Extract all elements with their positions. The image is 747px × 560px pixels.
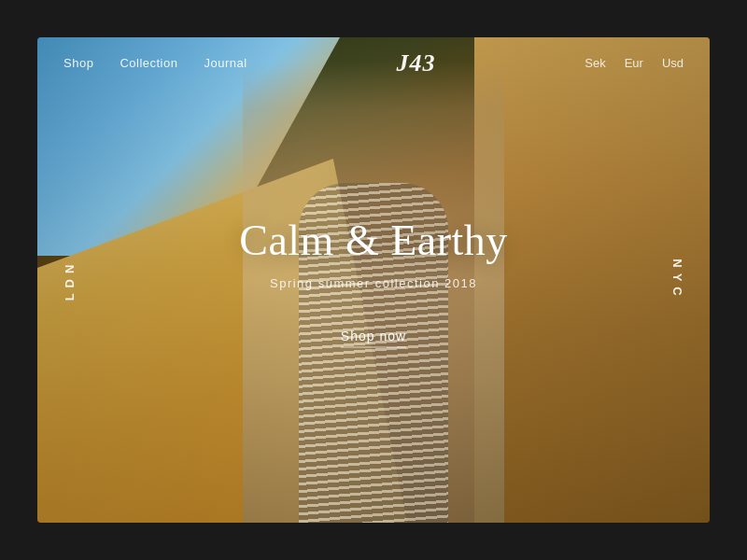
nav-left: Shop Collection Journal: [63, 56, 247, 70]
currency-sek[interactable]: Sek: [585, 56, 605, 70]
side-label-ldn: LDN: [63, 259, 77, 301]
navbar: Shop Collection Journal J43 Sek Eur Usd: [37, 37, 710, 89]
nav-center: J43: [247, 49, 585, 77]
nav-right: Sek Eur Usd: [585, 56, 684, 70]
brand-logo: J43: [396, 49, 435, 77]
hero-title: Calm & Earthy: [187, 217, 560, 265]
shop-now-button[interactable]: Shop now: [341, 329, 406, 347]
nav-collection[interactable]: Collection: [120, 56, 177, 70]
side-label-nyc: NYC: [670, 259, 684, 301]
hero-section: Shop Collection Journal J43 Sek Eur Usd …: [37, 37, 710, 523]
hero-subtitle: Spring summer collection 2018: [187, 276, 560, 290]
currency-usd[interactable]: Usd: [662, 56, 684, 70]
hero-content: Calm & Earthy Spring summer collection 2…: [187, 217, 560, 347]
nav-shop[interactable]: Shop: [63, 56, 93, 70]
nav-journal[interactable]: Journal: [204, 56, 247, 70]
currency-eur[interactable]: Eur: [625, 56, 643, 70]
